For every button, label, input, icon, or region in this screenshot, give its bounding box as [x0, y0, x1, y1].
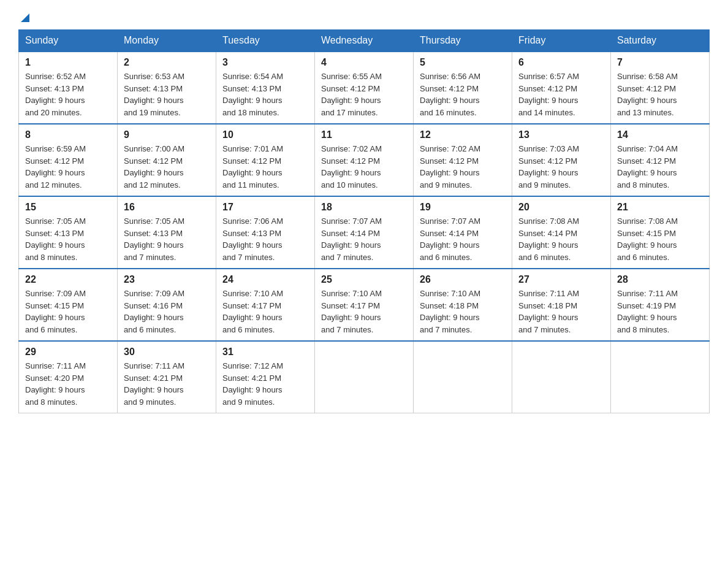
day-number: 8: [25, 129, 111, 140]
day-cell-22: 22 Sunrise: 7:09 AM Sunset: 4:15 PM Dayl…: [19, 269, 118, 341]
daylight-label: Daylight: 9 hours: [25, 96, 85, 105]
day-number: 15: [25, 202, 111, 213]
day-cell-15: 15 Sunrise: 7:05 AM Sunset: 4:13 PM Dayl…: [19, 196, 118, 269]
day-cell-4: 4 Sunrise: 6:55 AM Sunset: 4:12 PM Dayli…: [315, 52, 414, 124]
day-cell-13: 13 Sunrise: 7:03 AM Sunset: 4:12 PM Dayl…: [512, 124, 611, 196]
logo-blue-text: [18, 12, 31, 23]
daylight-label: Daylight: 9 hours: [124, 313, 184, 322]
sunrise-label: Sunrise: 7:02 AM: [321, 144, 382, 153]
day-info: Sunrise: 7:06 AM Sunset: 4:13 PM Dayligh…: [222, 215, 308, 263]
day-number: 2: [124, 57, 210, 68]
sunrise-label: Sunrise: 6:59 AM: [25, 144, 86, 153]
day-info: Sunrise: 7:08 AM Sunset: 4:15 PM Dayligh…: [617, 215, 703, 263]
header: [18, 12, 710, 23]
sunrise-label: Sunrise: 7:08 AM: [617, 216, 678, 226]
daylight-minutes: and 6 minutes.: [25, 325, 77, 334]
daylight-minutes: and 18 minutes.: [222, 108, 279, 117]
daylight-label: Daylight: 9 hours: [321, 168, 381, 177]
sunset-label: Sunset: 4:18 PM: [518, 301, 577, 310]
daylight-label: Daylight: 9 hours: [518, 168, 578, 177]
day-number: 30: [124, 347, 210, 358]
day-number: 10: [222, 129, 308, 140]
day-cell-3: 3 Sunrise: 6:54 AM Sunset: 4:13 PM Dayli…: [216, 52, 315, 124]
sunrise-label: Sunrise: 6:57 AM: [518, 72, 579, 81]
sunrise-label: Sunrise: 6:52 AM: [25, 72, 86, 81]
day-cell-19: 19 Sunrise: 7:07 AM Sunset: 4:14 PM Dayl…: [414, 196, 512, 269]
day-info: Sunrise: 6:52 AM Sunset: 4:13 PM Dayligh…: [25, 71, 111, 118]
day-info: Sunrise: 6:59 AM Sunset: 4:12 PM Dayligh…: [25, 143, 111, 191]
daylight-minutes: and 13 minutes.: [617, 108, 674, 117]
day-number: 24: [222, 274, 308, 285]
daylight-label: Daylight: 9 hours: [617, 313, 677, 322]
week-row-2: 8 Sunrise: 6:59 AM Sunset: 4:12 PM Dayli…: [19, 124, 710, 196]
day-info: Sunrise: 7:08 AM Sunset: 4:14 PM Dayligh…: [518, 215, 604, 263]
day-info: Sunrise: 7:12 AM Sunset: 4:21 PM Dayligh…: [222, 360, 308, 408]
daylight-label: Daylight: 9 hours: [124, 240, 184, 250]
sunset-label: Sunset: 4:20 PM: [25, 373, 84, 383]
day-number: 12: [420, 129, 506, 140]
sunrise-label: Sunrise: 7:10 AM: [420, 289, 480, 298]
day-number: 18: [321, 202, 407, 213]
sunrise-label: Sunrise: 7:00 AM: [124, 144, 184, 153]
daylight-minutes: and 6 minutes.: [518, 253, 571, 262]
sunset-label: Sunset: 4:12 PM: [617, 156, 676, 166]
day-info: Sunrise: 6:55 AM Sunset: 4:12 PM Dayligh…: [321, 71, 407, 118]
day-number: 7: [617, 57, 703, 68]
daylight-label: Daylight: 9 hours: [518, 240, 578, 250]
day-info: Sunrise: 7:11 AM Sunset: 4:21 PM Dayligh…: [124, 360, 210, 408]
day-cell-8: 8 Sunrise: 6:59 AM Sunset: 4:12 PM Dayli…: [19, 124, 118, 196]
day-cell-10: 10 Sunrise: 7:01 AM Sunset: 4:12 PM Dayl…: [216, 124, 315, 196]
sunset-label: Sunset: 4:12 PM: [420, 84, 479, 93]
daylight-label: Daylight: 9 hours: [617, 240, 677, 250]
day-number: 1: [25, 57, 111, 68]
day-number: 9: [124, 129, 210, 140]
weekday-header-friday: Friday: [512, 30, 611, 52]
empty-cell-4-5: [512, 341, 611, 413]
daylight-minutes: and 10 minutes.: [321, 180, 378, 190]
daylight-label: Daylight: 9 hours: [420, 168, 480, 177]
day-cell-24: 24 Sunrise: 7:10 AM Sunset: 4:17 PM Dayl…: [216, 269, 315, 341]
sunrise-label: Sunrise: 7:10 AM: [222, 289, 283, 298]
daylight-minutes: and 7 minutes.: [321, 325, 373, 334]
sunset-label: Sunset: 4:13 PM: [124, 229, 183, 238]
sunset-label: Sunset: 4:13 PM: [124, 84, 183, 93]
daylight-minutes: and 7 minutes.: [518, 325, 571, 334]
empty-cell-4-3: [315, 341, 414, 413]
day-cell-7: 7 Sunrise: 6:58 AM Sunset: 4:12 PM Dayli…: [611, 52, 710, 124]
day-cell-28: 28 Sunrise: 7:11 AM Sunset: 4:19 PM Dayl…: [611, 269, 710, 341]
day-cell-20: 20 Sunrise: 7:08 AM Sunset: 4:14 PM Dayl…: [512, 196, 611, 269]
sunset-label: Sunset: 4:15 PM: [617, 229, 676, 238]
day-number: 29: [25, 347, 111, 358]
sunset-label: Sunset: 4:14 PM: [321, 229, 380, 238]
daylight-label: Daylight: 9 hours: [222, 313, 282, 322]
daylight-label: Daylight: 9 hours: [124, 168, 184, 177]
day-number: 20: [518, 202, 604, 213]
sunrise-label: Sunrise: 7:03 AM: [518, 144, 579, 153]
day-cell-30: 30 Sunrise: 7:11 AM Sunset: 4:21 PM Dayl…: [118, 341, 216, 413]
day-info: Sunrise: 7:11 AM Sunset: 4:18 PM Dayligh…: [518, 288, 604, 335]
sunrise-label: Sunrise: 7:01 AM: [222, 144, 283, 153]
daylight-minutes: and 8 minutes.: [25, 397, 77, 407]
sunrise-label: Sunrise: 7:11 AM: [25, 361, 86, 370]
day-number: 27: [518, 274, 604, 285]
sunset-label: Sunset: 4:15 PM: [25, 301, 84, 310]
day-number: 19: [420, 202, 506, 213]
daylight-minutes: and 7 minutes.: [321, 253, 373, 262]
sunset-label: Sunset: 4:12 PM: [420, 156, 479, 166]
sunrise-label: Sunrise: 7:10 AM: [321, 289, 382, 298]
daylight-label: Daylight: 9 hours: [617, 168, 677, 177]
sunset-label: Sunset: 4:13 PM: [222, 84, 281, 93]
day-cell-11: 11 Sunrise: 7:02 AM Sunset: 4:12 PM Dayl…: [315, 124, 414, 196]
day-number: 6: [518, 57, 604, 68]
weekday-header-tuesday: Tuesday: [216, 30, 315, 52]
day-cell-21: 21 Sunrise: 7:08 AM Sunset: 4:15 PM Dayl…: [611, 196, 710, 269]
daylight-label: Daylight: 9 hours: [222, 385, 282, 394]
sunrise-label: Sunrise: 6:54 AM: [222, 72, 283, 81]
daylight-label: Daylight: 9 hours: [222, 240, 282, 250]
sunrise-label: Sunrise: 7:09 AM: [124, 289, 184, 298]
day-info: Sunrise: 6:56 AM Sunset: 4:12 PM Dayligh…: [420, 71, 506, 118]
day-info: Sunrise: 6:53 AM Sunset: 4:13 PM Dayligh…: [124, 71, 210, 118]
daylight-label: Daylight: 9 hours: [321, 96, 381, 105]
day-info: Sunrise: 6:57 AM Sunset: 4:12 PM Dayligh…: [518, 71, 604, 118]
sunrise-label: Sunrise: 7:05 AM: [25, 216, 86, 226]
